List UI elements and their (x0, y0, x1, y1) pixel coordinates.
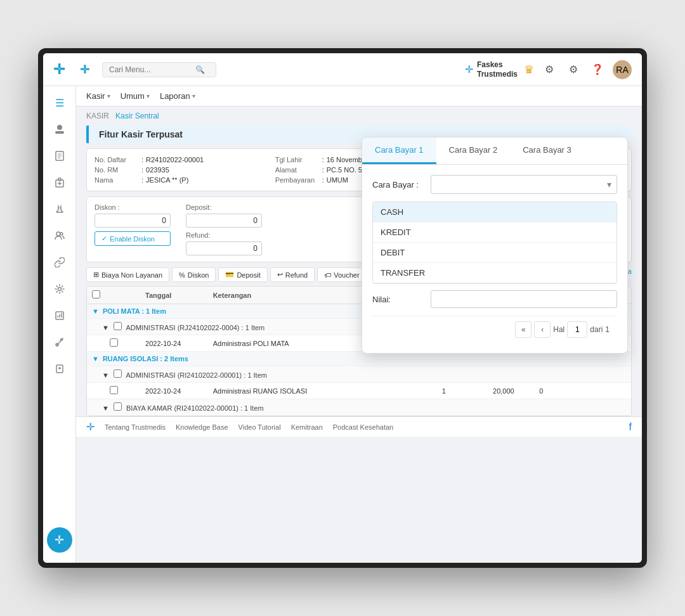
nav-umum[interactable]: Umum ▾ (121, 91, 150, 101)
cell-subtot-2 (584, 383, 631, 399)
footer-link-knowledge[interactable]: Knowledge Base (176, 423, 228, 431)
cara-bayar-tab-1[interactable]: Cara Bayar 1 (362, 138, 436, 164)
biaya-icon: ⊞ (93, 271, 99, 279)
nav-kasir-label: Kasir (86, 91, 105, 101)
subgroup-label: ▼ BIAYA KAMAR (RI24102022-00001) : 1 Ite… (87, 399, 631, 416)
option-debit[interactable]: DEBIT (373, 243, 616, 263)
sidebar-item-reports[interactable] (48, 304, 71, 327)
deposit-button[interactable]: 💳 Deposit (218, 267, 267, 282)
nav-kasir-chevron: ▾ (107, 93, 110, 99)
cara-bayar-tab-3[interactable]: Cara Bayar 3 (510, 138, 584, 164)
voucher-button[interactable]: 🏷 Voucher (317, 267, 366, 282)
voucher-label: Voucher (334, 271, 359, 279)
page-number-input[interactable] (567, 321, 587, 338)
select-all-checkbox[interactable] (92, 290, 100, 298)
nilai-input[interactable] (431, 290, 617, 308)
enable-diskon-label: Enable Diskon (110, 235, 155, 243)
refund-icon: ↩ (277, 271, 283, 279)
alamat-label: Alamat (275, 166, 320, 174)
row-checkbox-2[interactable] (110, 386, 118, 394)
footer-link-video[interactable]: Video Tutorial (238, 423, 281, 431)
footer-link-tentang[interactable]: Tentang Trustmedis (105, 423, 166, 431)
sidebar-item-tools[interactable] (48, 331, 71, 354)
payment-options-list: CASH KREDIT DEBIT TRANSFER (372, 202, 617, 284)
option-transfer[interactable]: TRANSFER (373, 263, 616, 283)
diskon-input[interactable] (95, 214, 171, 228)
page-first-button[interactable]: « (515, 321, 532, 338)
footer-link-podcast[interactable]: Podcast Kesehatan (333, 423, 393, 431)
gear-icon[interactable]: ⚙ (540, 61, 558, 79)
page-prev-button[interactable]: ‹ (534, 321, 551, 338)
sidebar-item-users[interactable] (48, 224, 71, 247)
cara-bayar-chevron-icon: ▾ (607, 179, 611, 189)
footer-logo: ✛ (86, 421, 95, 433)
cell-bayar (87, 335, 140, 352)
no-daftar-value: R24102022-00001 (146, 156, 204, 164)
option-kredit[interactable]: KREDIT (373, 222, 616, 243)
brand: ✛ FaskesTrustmedis (465, 60, 518, 79)
dari-label: dari (590, 325, 603, 334)
help-icon[interactable]: ❓ (589, 61, 606, 79)
footer-link-kemitraan[interactable]: Kemitraan (291, 423, 323, 431)
no-rm-sep: : (141, 166, 143, 174)
cell-no-kuitansi-2 (362, 383, 436, 399)
search-box[interactable]: 🔍 (102, 62, 216, 77)
nav-umum-chevron: ▾ (147, 93, 150, 99)
cell-tanggal: 2022-10-24 (140, 335, 208, 352)
cell-diskon-2: 0 (534, 383, 584, 399)
subgroup-checkbox-2[interactable] (114, 369, 122, 378)
svg-point-12 (60, 233, 63, 235)
subgroup-checkbox-3[interactable] (114, 402, 122, 411)
no-rm-value: 023935 (146, 166, 169, 174)
sidebar-item-lab[interactable] (48, 198, 71, 221)
diskon-button[interactable]: % Diskon (172, 267, 216, 282)
search-input[interactable] (109, 65, 192, 74)
refund-button[interactable]: ↩ Refund (270, 267, 315, 282)
navbar: Kasir ▾ Umum ▾ Laporan ▾ (76, 86, 642, 106)
deposit-input[interactable] (186, 214, 262, 228)
sidebar-item-records[interactable] (48, 144, 71, 167)
sidebar-item-link[interactable] (48, 251, 71, 274)
cell-biaya-2: 20,000 (488, 383, 534, 399)
col-tanggal: Tanggal (140, 286, 208, 304)
cell-keterangan: Administrasi POLI MATA (208, 335, 362, 352)
biaya-non-layanan-button[interactable]: ⊞ Biaya Non Layanan (86, 267, 169, 282)
sidebar-item-patients[interactable] (48, 118, 71, 141)
pagination: « ‹ Hal dari 1 (372, 316, 617, 343)
sidebar-item-hospital[interactable] (48, 171, 71, 194)
nilai-field: Nilai: (372, 290, 617, 308)
voucher-icon: 🏷 (324, 271, 331, 279)
fab-button[interactable]: ✛ (47, 527, 72, 553)
footer-facebook-icon[interactable]: f (629, 421, 632, 433)
sidebar-item-settings[interactable] (48, 278, 71, 300)
cell-jumlah-2: 1 (437, 383, 488, 399)
settings-icon[interactable]: ⚙ (564, 61, 582, 79)
sidebar-item-menu[interactable]: ☰ (48, 91, 71, 114)
biaya-label: Biaya Non Layanan (101, 271, 162, 279)
cara-bayar-select-display[interactable]: ▾ (431, 175, 617, 194)
refund-label: Refund: (186, 231, 262, 239)
diskon-field: Diskon : (95, 203, 171, 228)
deposit-field: Deposit: (186, 203, 262, 228)
enable-diskon-button[interactable]: ✓ Enable Diskon (95, 231, 171, 246)
sidebar-item-pharmacy[interactable] (48, 357, 71, 380)
row-checkbox[interactable] (110, 338, 118, 347)
sidebar: ☰ (43, 86, 76, 563)
refund-field: Refund: (186, 231, 262, 255)
pembayaran-sep: : (322, 176, 324, 184)
cara-bayar-tab-2[interactable]: Cara Bayar 2 (436, 138, 511, 164)
refund-input[interactable] (186, 241, 262, 255)
diskon-label: Diskon : (95, 203, 171, 211)
nav-kasir[interactable]: Kasir ▾ (86, 91, 110, 101)
svg-rect-7 (58, 178, 61, 181)
nav-laporan[interactable]: Laporan ▾ (160, 91, 195, 101)
option-cash[interactable]: CASH (373, 202, 616, 222)
svg-rect-0 (57, 125, 62, 130)
nav-laporan-label: Laporan (160, 91, 190, 101)
subgroup-checkbox[interactable] (114, 322, 122, 330)
cell-bayar (87, 383, 140, 399)
col-bayar (87, 286, 140, 304)
deposit-icon: 💳 (225, 271, 234, 279)
avatar[interactable]: RA (613, 60, 632, 79)
breadcrumb-current[interactable]: Kasir Sentral (115, 112, 159, 120)
